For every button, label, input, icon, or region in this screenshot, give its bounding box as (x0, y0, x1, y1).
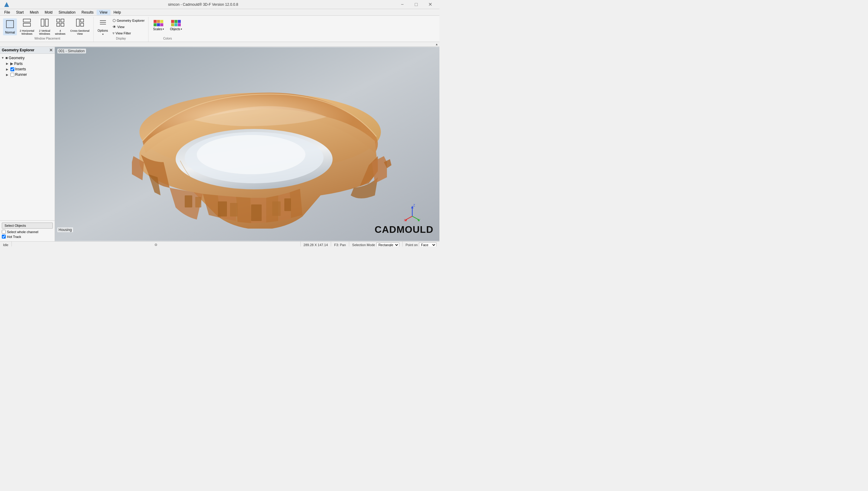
4-windows-label: 4windows (55, 29, 65, 35)
menu-item-file[interactable]: File (1, 10, 13, 15)
2v-label: 2 VerticalWindows (39, 29, 50, 35)
minimize-button[interactable]: − (395, 0, 409, 9)
selection-mode-select[interactable]: Rectangle Polygon Circle (376, 242, 399, 247)
close-button[interactable]: ✕ (423, 0, 437, 9)
inserts-label: Inserts (15, 67, 26, 71)
menu-item-help[interactable]: Help (111, 10, 124, 15)
sidebar-bottom: Select Objects Select whole channel Hot … (0, 221, 55, 241)
svg-rect-23 (218, 201, 227, 216)
center-indicator: ⊙ (155, 243, 157, 247)
view-filter-icon: ▿ (113, 31, 114, 35)
colors-buttons: Scales ▾ (150, 18, 185, 36)
2v-windows-icon (40, 19, 49, 29)
status-spacer: ⊙ (12, 241, 301, 247)
point-on-select[interactable]: Face Edge Vertex (419, 242, 436, 247)
svg-rect-4 (41, 19, 44, 26)
svg-rect-6 (57, 19, 60, 22)
cross-sectional-icon (76, 19, 84, 29)
tree-item-geometry[interactable]: ▼ ■ Geometry (1, 55, 54, 61)
svg-rect-27 (284, 198, 291, 211)
menu-item-view[interactable]: View (97, 10, 111, 15)
runner-label: Runner (15, 73, 27, 77)
svg-rect-25 (251, 204, 262, 221)
ribbon-btn-objects[interactable]: Objects ▾ (167, 19, 185, 35)
sidebar-close-button[interactable]: ✕ (49, 48, 53, 53)
menu-item-start[interactable]: Start (13, 10, 27, 15)
geometry-children: ▶ ▶ Parts ▶ Inserts ▶ Runner (1, 61, 54, 77)
svg-rect-1 (6, 21, 13, 28)
inserts-checkbox[interactable] (10, 67, 14, 71)
view-filter-label: View Filter (116, 31, 131, 35)
hot-track-label: Hot Track (7, 235, 21, 238)
ribbon-btn-geometry-explorer[interactable]: ⬡ Geometry Explorer (111, 18, 146, 24)
svg-point-20 (197, 135, 305, 174)
normal-label: Normal (5, 31, 15, 34)
ribbon-btn-cross-sectional[interactable]: Cross-SectionalView (68, 19, 92, 35)
viewport[interactable]: 001 - Simulation (55, 47, 439, 241)
select-whole-channel-checkbox[interactable] (2, 230, 6, 234)
ribbon-btn-normal[interactable]: Normal (3, 19, 17, 35)
ribbon-btn-2v-windows[interactable]: 2 VerticalWindows (37, 19, 52, 35)
main-area: Geometry Explorer ✕ ▼ ■ Geometry ▶ ▶ Par… (0, 47, 439, 241)
svg-rect-2 (23, 19, 30, 22)
ribbon-group-display: Options▾ ⬡ Geometry Explorer 👁 View ▿ Vi… (94, 17, 149, 42)
geometry-tree: ▼ ■ Geometry ▶ ▶ Parts ▶ Inserts (0, 54, 55, 221)
normal-icon (6, 20, 14, 30)
scales-color-swatches (154, 20, 163, 26)
select-whole-channel-check: Select whole channel (2, 230, 53, 234)
view-icon: 👁 (113, 25, 116, 29)
runner-expand-arrow: ▶ (6, 73, 10, 77)
window-title: simcon - Cadmould® 3D-F Version 12.0.0.8 (11, 2, 395, 7)
tree-item-runner[interactable]: ▶ Runner (5, 72, 54, 77)
ribbon-btn-view[interactable]: 👁 View (111, 24, 146, 30)
shortcut-text: F3: Pan (334, 243, 346, 247)
svg-rect-11 (81, 19, 84, 22)
menu-item-simulation[interactable]: Simulation (56, 10, 79, 15)
options-icon (99, 18, 107, 28)
viewport-label: 001 - Simulation (57, 49, 86, 53)
svg-rect-10 (76, 19, 80, 26)
ribbon: Normal 2 HorizontalWindows (0, 16, 439, 42)
objects-color-swatches (171, 20, 181, 26)
scales-label: Scales (153, 27, 162, 31)
hot-track-checkbox[interactable] (2, 235, 6, 238)
parts-expand-arrow: ▶ (6, 62, 10, 65)
svg-rect-5 (45, 19, 48, 26)
svg-rect-3 (23, 23, 30, 26)
titlebar: simcon - Cadmould® 3D-F Version 12.0.0.8… (0, 0, 439, 9)
svg-text:Z: Z (413, 204, 415, 207)
svg-rect-21 (185, 195, 192, 207)
display-stacked: ⬡ Geometry Explorer 👁 View ▿ View Filter (111, 18, 146, 36)
svg-text:X: X (404, 219, 406, 222)
svg-text:Y: Y (418, 219, 421, 222)
tree-item-inserts[interactable]: ▶ Inserts (5, 66, 54, 72)
status-point-on: Point on Face Edge Vertex (403, 241, 439, 247)
menu-item-mold[interactable]: Mold (42, 10, 56, 15)
statusbar: Idle ⊙ 289.28 X 147.14 F3: Pan Selection… (0, 241, 439, 247)
maximize-button[interactable]: □ (409, 0, 423, 9)
window-controls: − □ ✕ (395, 0, 437, 9)
ribbon-btn-view-filter[interactable]: ▿ View Filter (111, 30, 146, 36)
ribbon-btn-2h-windows[interactable]: 2 HorizontalWindows (18, 19, 36, 35)
ribbon-btn-options[interactable]: Options▾ (95, 19, 110, 35)
geometry-label: Geometry (9, 56, 25, 60)
ribbon-btn-scales[interactable]: Scales ▾ (150, 19, 166, 35)
ribbon-group-buttons: Normal 2 HorizontalWindows (3, 18, 91, 36)
ribbon-group-window-placement: Normal 2 HorizontalWindows (1, 17, 94, 42)
tree-item-parts[interactable]: ▶ ▶ Parts (5, 61, 54, 66)
geometry-expand-arrow: ▼ (1, 56, 5, 59)
sidebar-title: Geometry Explorer (2, 48, 34, 52)
status-dimensions: 289.28 X 147.14 (301, 241, 331, 247)
menu-item-mesh[interactable]: Mesh (27, 10, 42, 15)
ribbon-btn-4-windows[interactable]: 4windows (53, 19, 68, 35)
runner-checkbox[interactable] (10, 73, 14, 77)
collapse-arrow[interactable]: ▲ (435, 42, 438, 46)
svg-rect-26 (272, 201, 281, 216)
menu-item-results[interactable]: Results (79, 10, 97, 15)
axis-indicator: Z X Y (403, 204, 421, 223)
dimensions-text: 289.28 X 147.14 (304, 243, 328, 247)
cross-sectional-label: Cross-SectionalView (70, 29, 90, 35)
svg-rect-12 (81, 23, 84, 26)
status-idle: Idle (0, 241, 12, 247)
select-objects-button[interactable]: Select Objects (2, 223, 53, 229)
